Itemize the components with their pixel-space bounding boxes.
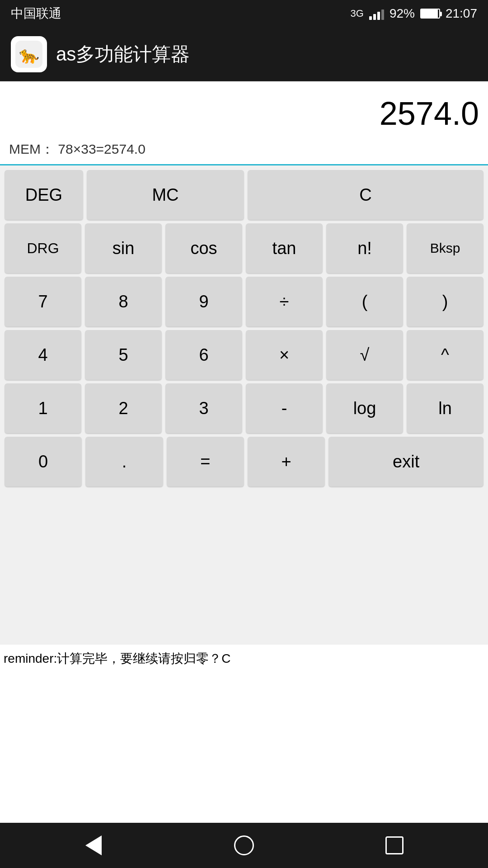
row-4: 1 2 3 - log ln bbox=[5, 383, 483, 433]
row-3: 4 5 6 × √ ^ bbox=[5, 330, 483, 380]
btn-ln[interactable]: ln bbox=[407, 383, 483, 433]
bar3 bbox=[377, 12, 380, 20]
back-icon bbox=[85, 835, 102, 855]
drg-button[interactable]: DRG bbox=[5, 223, 81, 273]
btn-exit[interactable]: exit bbox=[328, 437, 483, 486]
row-5: 0 . = + exit bbox=[5, 437, 483, 486]
back-button[interactable] bbox=[75, 827, 112, 863]
btn-1[interactable]: 1 bbox=[5, 383, 81, 433]
deg-button[interactable]: DEG bbox=[5, 170, 83, 220]
btn-4[interactable]: 4 bbox=[5, 330, 81, 380]
btn-9[interactable]: 9 bbox=[165, 277, 242, 326]
btn-rparen[interactable]: ) bbox=[407, 277, 483, 326]
row-0: DEG MC C bbox=[5, 170, 483, 220]
nfact-button[interactable]: n! bbox=[326, 223, 403, 273]
mc-button[interactable]: MC bbox=[87, 170, 244, 220]
btn-6[interactable]: 6 bbox=[165, 330, 242, 380]
time-text: 21:07 bbox=[446, 6, 477, 21]
recents-icon bbox=[385, 836, 404, 854]
btn-mul[interactable]: × bbox=[246, 330, 323, 380]
btn-add[interactable]: + bbox=[248, 437, 325, 486]
nav-bar bbox=[0, 823, 488, 868]
btn-dot[interactable]: . bbox=[85, 437, 163, 486]
btn-3[interactable]: 3 bbox=[165, 383, 242, 433]
c-button[interactable]: C bbox=[248, 170, 483, 220]
home-button[interactable] bbox=[226, 827, 262, 863]
signal-label: 3G bbox=[351, 8, 364, 19]
main-display[interactable]: 2574.0 bbox=[9, 90, 479, 137]
recents-button[interactable] bbox=[376, 827, 413, 863]
btn-sqrt[interactable]: √ bbox=[326, 330, 403, 380]
status-right: 3G 92% 21:07 bbox=[351, 6, 477, 21]
reminder-text: reminder:计算完毕，要继续请按归零？C bbox=[0, 645, 488, 673]
row-2: 7 8 9 ÷ ( ) bbox=[5, 277, 483, 326]
signal-bars bbox=[369, 7, 384, 20]
btn-0[interactable]: 0 bbox=[5, 437, 82, 486]
app-bar: 🐆 as多功能计算器 bbox=[0, 27, 488, 81]
bksp-button[interactable]: Bksp bbox=[407, 223, 483, 273]
tan-button[interactable]: tan bbox=[246, 223, 323, 273]
svg-text:🐆: 🐆 bbox=[19, 45, 39, 65]
bar4 bbox=[381, 9, 384, 20]
home-icon bbox=[234, 835, 254, 855]
battery-text: 92% bbox=[389, 6, 415, 21]
bar1 bbox=[369, 16, 372, 20]
btn-sub[interactable]: - bbox=[246, 383, 323, 433]
puma-logo-svg: 🐆 bbox=[15, 41, 42, 68]
row-1: DRG sin cos tan n! Bksp bbox=[5, 223, 483, 273]
btn-7[interactable]: 7 bbox=[5, 277, 81, 326]
btn-div[interactable]: ÷ bbox=[246, 277, 323, 326]
btn-lparen[interactable]: ( bbox=[326, 277, 403, 326]
btn-8[interactable]: 8 bbox=[85, 277, 162, 326]
app-title: as多功能计算器 bbox=[56, 42, 190, 67]
btn-eq[interactable]: = bbox=[167, 437, 244, 486]
btn-5[interactable]: 5 bbox=[85, 330, 162, 380]
btn-2[interactable]: 2 bbox=[85, 383, 162, 433]
battery-icon bbox=[420, 9, 440, 19]
btn-pow[interactable]: ^ bbox=[407, 330, 483, 380]
calc-body: DEG MC C DRG sin cos tan n! Bksp 7 8 9 ÷… bbox=[0, 165, 488, 645]
spacer bbox=[0, 673, 488, 823]
battery-fill bbox=[421, 9, 438, 18]
bar2 bbox=[373, 14, 376, 20]
sin-button[interactable]: sin bbox=[85, 223, 162, 273]
display-area: 2574.0 MEM： 78×33=2574.0 bbox=[0, 81, 488, 165]
btn-log[interactable]: log bbox=[326, 383, 403, 433]
cos-button[interactable]: cos bbox=[165, 223, 242, 273]
status-bar: 中国联通 3G 92% 21:07 bbox=[0, 0, 488, 27]
app-icon: 🐆 bbox=[11, 36, 47, 72]
mem-display: MEM： 78×33=2574.0 bbox=[9, 137, 479, 164]
carrier-text: 中国联通 bbox=[11, 5, 61, 22]
